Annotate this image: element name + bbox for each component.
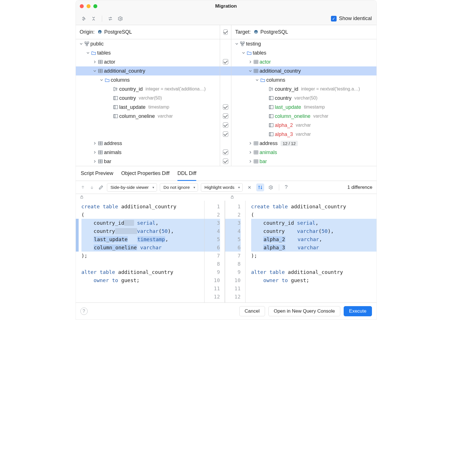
chevron-down-icon: [248, 69, 253, 73]
svg-rect-17: [240, 42, 242, 43]
table-icon: [97, 69, 104, 73]
diff-tabs: Script Preview Object Properties Diff DD…: [76, 166, 376, 181]
column-icon: [113, 105, 119, 109]
window-title: Migration: [76, 3, 376, 9]
tree-tables-folder[interactable]: tables: [231, 48, 376, 57]
target-tree[interactable]: testing tables actor additional_country: [231, 39, 376, 166]
tree-table-additional-country[interactable]: additional_country: [231, 66, 376, 75]
tab-script-preview[interactable]: Script Preview: [81, 166, 113, 181]
table-icon: [253, 141, 259, 145]
chevron-right-icon: [248, 160, 253, 163]
tree-table-address[interactable]: address 12 / 12: [231, 139, 376, 148]
svg-rect-18: [243, 42, 244, 43]
tree-column[interactable]: last_update timestamp: [231, 103, 376, 112]
tree-table-bar[interactable]: bar: [76, 157, 220, 166]
chevron-down-icon: [85, 51, 91, 55]
collapse-unchanged-icon[interactable]: [246, 183, 253, 191]
sync-checkbox[interactable]: [223, 113, 228, 119]
chevron-down-icon: [234, 42, 239, 46]
chevron-right-icon: [92, 60, 97, 64]
sync-checkbox[interactable]: [223, 104, 228, 110]
sync-checkbox[interactable]: [223, 150, 228, 155]
svg-rect-9: [114, 96, 115, 100]
table-icon: [97, 159, 104, 163]
sync-checkbox[interactable]: [223, 159, 228, 164]
tree-column[interactable]: column_oneline varchar: [76, 112, 220, 121]
execute-button[interactable]: Execute: [344, 306, 372, 316]
tree-schema[interactable]: public: [76, 39, 220, 48]
help-button[interactable]: ?: [80, 308, 88, 315]
chevron-down-icon: [99, 78, 104, 82]
tree-columns-folder[interactable]: columns: [76, 75, 220, 85]
tree-tables-folder[interactable]: tables: [76, 48, 220, 57]
tree-column[interactable]: alpha_3 varchar: [231, 130, 376, 139]
window-close-button[interactable]: [80, 4, 84, 8]
arrow-up-icon[interactable]: [80, 184, 86, 191]
top-toolbar: ✓ Show identical: [76, 12, 376, 25]
tree-column[interactable]: last_update timestamp: [76, 103, 220, 112]
ddl-diff-editor[interactable]: create table additional_country ( countr…: [76, 201, 376, 302]
svg-rect-22: [269, 87, 271, 91]
tree-column[interactable]: alpha_2 varchar: [231, 121, 376, 130]
svg-point-7: [116, 88, 117, 89]
help-icon[interactable]: ?: [283, 184, 289, 191]
tab-object-properties-diff[interactable]: Object Properties Diff: [121, 166, 170, 181]
open-in-console-button[interactable]: Open in New Query Console: [268, 306, 340, 316]
show-identical-checkbox[interactable]: ✓: [331, 16, 337, 21]
sync-checkbox[interactable]: [223, 131, 228, 137]
column-icon: [113, 96, 119, 100]
target-db-name: PostgreSQL: [261, 29, 288, 35]
swap-icon[interactable]: [107, 16, 113, 22]
tree-table-actor[interactable]: actor: [231, 57, 376, 66]
cancel-button[interactable]: Cancel: [239, 306, 265, 316]
window-minimize-button[interactable]: [87, 4, 91, 8]
table-icon: [97, 150, 104, 154]
tab-ddl-diff[interactable]: DDL Diff: [177, 166, 196, 181]
gear-icon[interactable]: [267, 183, 275, 191]
sync-scroll-icon[interactable]: [256, 183, 264, 191]
folder-icon: [246, 51, 252, 55]
chevron-right-icon: [248, 151, 253, 154]
sync-checkbox[interactable]: [223, 122, 228, 128]
tree-table-additional-country[interactable]: additional_country: [76, 66, 220, 75]
sync-checkbox-gutter: [220, 39, 231, 166]
tree-schema[interactable]: testing: [231, 39, 376, 48]
sync-all-checkbox[interactable]: [223, 29, 228, 35]
column-icon: [268, 96, 274, 100]
tree-column[interactable]: column_oneline varchar: [231, 112, 376, 121]
tree-table-bar[interactable]: bar: [231, 157, 376, 166]
tree-table-animals[interactable]: animals: [76, 148, 220, 157]
sync-checkbox[interactable]: [223, 59, 228, 64]
tree-table-address[interactable]: address: [76, 139, 220, 148]
tree-columns-folder[interactable]: columns: [231, 75, 376, 85]
window-zoom-button[interactable]: [93, 4, 97, 8]
svg-rect-6: [114, 87, 115, 91]
tree-table-animals[interactable]: animals: [231, 148, 376, 157]
folder-icon: [104, 78, 110, 82]
expand-all-icon[interactable]: [80, 16, 87, 22]
highlight-mode-select[interactable]: Highlight words: [201, 183, 243, 192]
tree-table-actor[interactable]: actor: [76, 57, 220, 66]
svg-rect-3: [86, 44, 87, 46]
tree-column[interactable]: country varchar(50): [231, 94, 376, 103]
tree-column[interactable]: country_id integer = nextval('additiona……: [76, 85, 220, 94]
origin-tree[interactable]: public tables actor additional_country c: [76, 39, 220, 166]
collapse-all-icon[interactable]: [91, 16, 97, 22]
table-icon: [253, 60, 259, 64]
ignore-mode-select[interactable]: Do not ignore: [160, 183, 198, 192]
arrow-down-icon[interactable]: [89, 184, 95, 191]
chevron-down-icon: [79, 42, 84, 46]
column-icon: [268, 132, 274, 136]
tree-column[interactable]: country_id integer = nextval('testing.a……: [231, 85, 376, 94]
tree-column[interactable]: country varchar(50): [76, 94, 220, 103]
table-icon: [253, 150, 259, 154]
edit-icon[interactable]: [98, 184, 104, 191]
svg-rect-38: [81, 197, 83, 198]
svg-rect-29: [269, 114, 271, 118]
viewer-mode-select[interactable]: Side-by-side viewer: [107, 183, 157, 192]
tree-empty-row: [76, 121, 220, 130]
gear-icon[interactable]: [117, 16, 124, 22]
diff-toolbar: Side-by-side viewer Do not ignore Highli…: [76, 181, 376, 194]
origin-label: Origin:: [80, 29, 95, 35]
postgresql-icon: [253, 29, 259, 35]
